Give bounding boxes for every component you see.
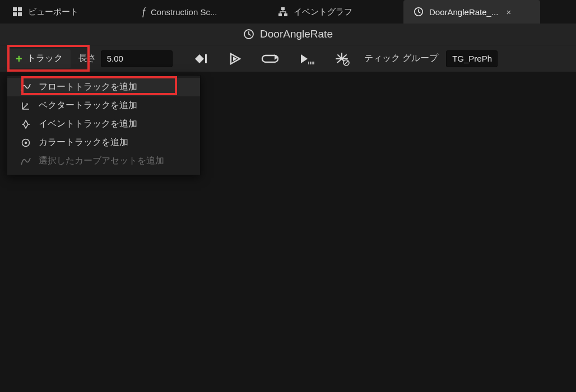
ignore-dilation-icon[interactable] — [334, 52, 350, 66]
tab-construction-script[interactable]: f Construction Sc... — [132, 0, 268, 24]
menu-label: フロートトラックを追加 — [39, 81, 137, 93]
length-label: 長さ — [78, 53, 96, 64]
svg-rect-6 — [284, 13, 287, 16]
menu-label: ベクタートラックを追加 — [39, 100, 137, 111]
add-track-button[interactable]: + トラック — [8, 49, 71, 68]
vector-icon — [21, 101, 31, 111]
grid-icon — [12, 7, 22, 17]
toolbar-icon-group — [194, 52, 350, 66]
menu-add-float-track[interactable]: フロートトラックを追加 — [7, 78, 200, 96]
menu-label: イベントトラックを追加 — [39, 118, 137, 130]
menu-label: カラートラックを追加 — [39, 137, 128, 148]
menu-add-event-track[interactable]: イベントトラックを追加 — [7, 115, 200, 133]
curve-float-icon — [21, 83, 31, 92]
tab-label: Construction Sc... — [151, 7, 217, 17]
tab-strip: ビューポート f Construction Sc... イベントグラフ Door… — [0, 0, 576, 24]
color-icon — [21, 138, 31, 148]
svg-rect-2 — [13, 12, 17, 16]
replicated-icon[interactable] — [299, 52, 315, 66]
svg-rect-9 — [205, 54, 207, 63]
autoplay-icon[interactable] — [229, 52, 242, 66]
add-track-menu: フロートトラックを追加 ベクタートラックを追加 イベントトラックを追加 カラート… — [7, 75, 201, 175]
last-keyframe-icon[interactable] — [194, 52, 210, 66]
svg-rect-4 — [281, 7, 285, 10]
page-title: DoorAngleRate — [260, 28, 333, 40]
tab-label: ビューポート — [28, 7, 78, 17]
menu-add-color-track[interactable]: カラートラックを追加 — [7, 133, 200, 152]
menu-add-curve-asset: 選択したカーブアセットを追加 — [7, 152, 200, 170]
close-icon[interactable]: × — [506, 7, 511, 17]
svg-rect-5 — [278, 13, 282, 16]
length-input[interactable] — [101, 50, 173, 67]
title-bar: DoorAngleRate — [0, 24, 576, 45]
tab-label: DoorAngleRate_... — [429, 7, 498, 17]
tab-viewport[interactable]: ビューポート — [2, 0, 132, 24]
clock-icon — [243, 29, 254, 40]
curve-asset-icon — [21, 157, 31, 166]
clock-icon — [414, 7, 424, 17]
graph-icon — [278, 7, 288, 17]
svg-rect-0 — [13, 7, 17, 11]
event-icon — [21, 119, 31, 129]
tickgroup-select[interactable]: TG_PrePh — [446, 50, 498, 67]
tab-timeline[interactable]: DoorAngleRate_... × — [403, 0, 540, 24]
tab-label: イベントグラフ — [294, 7, 352, 17]
add-track-label: トラック — [27, 53, 63, 64]
tab-event-graph[interactable]: イベントグラフ — [268, 0, 403, 24]
tickgroup-label: ティック グループ — [364, 53, 438, 64]
menu-label: 選択したカーブアセットを追加 — [39, 155, 164, 167]
svg-rect-1 — [18, 7, 22, 11]
tickgroup-value: TG_PrePh — [452, 54, 492, 63]
svg-rect-3 — [18, 12, 22, 16]
svg-point-18 — [25, 141, 27, 143]
timeline-toolbar: + トラック 長さ — [0, 45, 576, 72]
menu-add-vector-track[interactable]: ベクタートラックを追加 — [7, 96, 200, 115]
plus-icon: + — [16, 53, 22, 64]
loop-icon[interactable] — [261, 52, 280, 66]
function-icon: f — [142, 6, 145, 18]
